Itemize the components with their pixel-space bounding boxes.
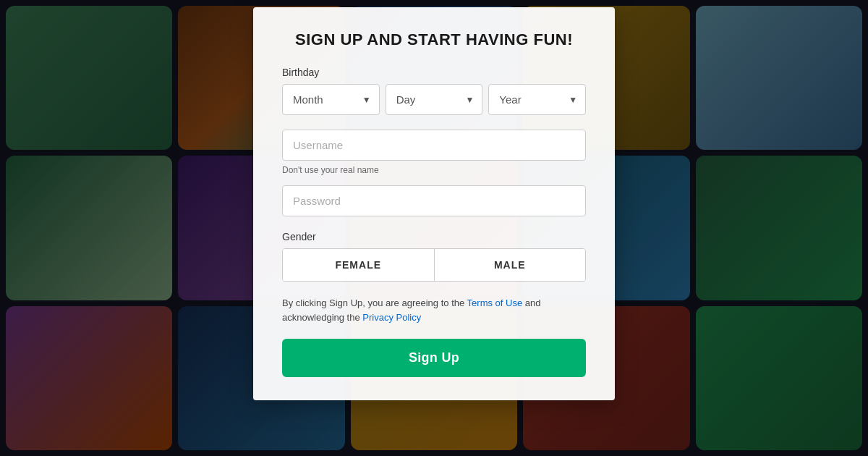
day-select-wrapper: Day 123 456 789 101112 131415 161718 192… bbox=[386, 84, 483, 115]
username-hint: Don't use your real name bbox=[282, 165, 586, 175]
username-input[interactable] bbox=[282, 130, 586, 161]
page-title: SIGN UP AND START HAVING FUN! bbox=[282, 30, 586, 49]
terms-of-use-link[interactable]: Terms of Use bbox=[467, 297, 523, 308]
year-select-wrapper: Year 20242023 20222021 20202015 20102005… bbox=[488, 84, 586, 115]
modal-wrapper: SIGN UP AND START HAVING FUN! Birthday M… bbox=[0, 0, 868, 456]
month-select[interactable]: Month January February March April May J… bbox=[282, 84, 380, 115]
birthday-row: Month January February March April May J… bbox=[282, 84, 586, 115]
password-input[interactable] bbox=[282, 185, 586, 216]
privacy-policy-link[interactable]: Privacy Policy bbox=[362, 312, 421, 323]
month-select-wrapper: Month January February March April May J… bbox=[282, 84, 380, 115]
female-button[interactable]: FEMALE bbox=[283, 249, 435, 281]
password-wrapper bbox=[282, 185, 586, 216]
male-button[interactable]: MALE bbox=[435, 249, 586, 281]
terms-text: By clicking Sign Up, you are agreeing to… bbox=[282, 296, 586, 324]
terms-prefix: By clicking Sign Up, you are agreeing to… bbox=[282, 297, 467, 308]
birthday-label: Birthday bbox=[282, 67, 586, 78]
gender-row: FEMALE MALE bbox=[282, 248, 586, 282]
year-select[interactable]: Year 20242023 20222021 20202015 20102005… bbox=[488, 84, 586, 115]
gender-label: Gender bbox=[282, 231, 586, 242]
day-select[interactable]: Day 123 456 789 101112 131415 161718 192… bbox=[386, 84, 483, 115]
signup-button[interactable]: Sign Up bbox=[282, 339, 586, 377]
signup-modal: SIGN UP AND START HAVING FUN! Birthday M… bbox=[253, 7, 615, 400]
